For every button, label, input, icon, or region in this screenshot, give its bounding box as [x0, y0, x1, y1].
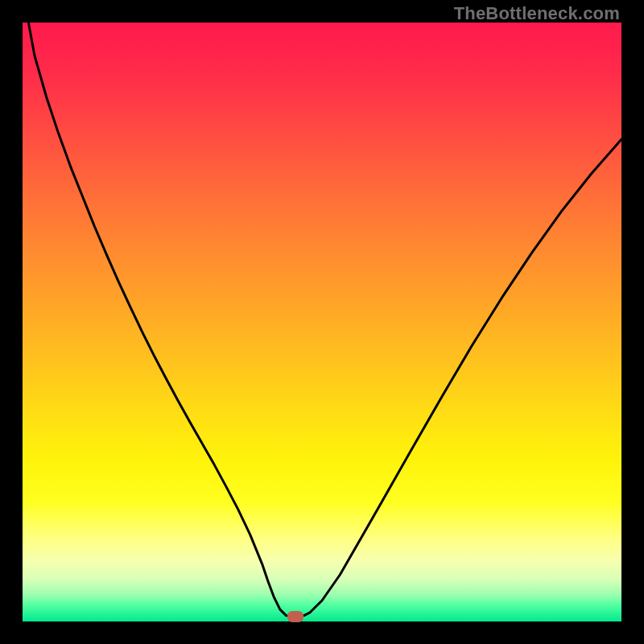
chart-frame: TheBottleneck.com: [0, 0, 644, 644]
watermark-text: TheBottleneck.com: [454, 3, 620, 24]
bottleneck-curve: [23, 23, 621, 621]
optimal-marker: [287, 611, 303, 622]
plot-area: [23, 23, 621, 621]
